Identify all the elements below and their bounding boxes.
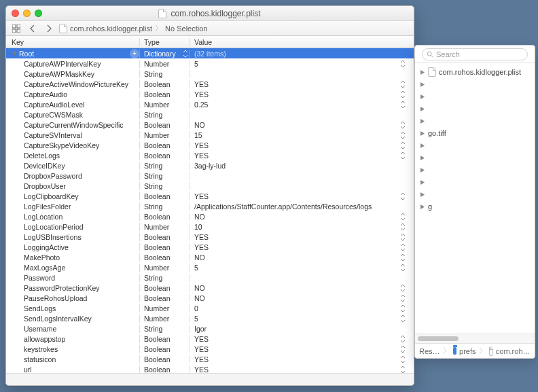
disclosure-right-icon[interactable] xyxy=(419,106,425,112)
column-header-value[interactable]: Value xyxy=(190,38,414,46)
value-stepper-icon[interactable] xyxy=(399,131,407,139)
table-row[interactable]: LogFilesFolderString/Applications/StaffC… xyxy=(6,201,414,211)
value-stepper-icon[interactable] xyxy=(399,223,407,231)
row-value[interactable]: 5 xyxy=(194,315,198,323)
table-row[interactable]: UsernameStringIgor xyxy=(6,323,414,334)
value-stepper-icon[interactable] xyxy=(399,243,407,251)
table-row[interactable]: DeleteLogsBooleanYES xyxy=(6,150,414,160)
horizontal-scrollbar[interactable] xyxy=(415,334,535,343)
table-row[interactable]: MakePhotoBooleanNO xyxy=(6,252,414,262)
table-row[interactable]: CaptureSVIntervalNumber15 xyxy=(6,130,414,140)
disclosure-right-icon[interactable] xyxy=(419,204,425,210)
value-stepper-icon[interactable] xyxy=(399,345,407,353)
path-seg-1[interactable]: prefs xyxy=(459,347,476,355)
scrollbar-thumb[interactable] xyxy=(418,336,459,341)
value-stepper-icon[interactable] xyxy=(399,355,407,363)
list-item[interactable] xyxy=(415,90,535,103)
row-value[interactable]: 15 xyxy=(194,131,202,139)
row-value[interactable]: 0.25 xyxy=(194,101,208,109)
column-header-type[interactable]: Type xyxy=(140,38,190,46)
back-button[interactable] xyxy=(26,23,39,34)
disclosure-right-icon[interactable] xyxy=(419,167,425,173)
row-value[interactable]: NO xyxy=(194,294,205,302)
value-stepper-icon[interactable] xyxy=(399,304,407,313)
table-row[interactable]: DropboxPasswordString xyxy=(6,171,414,181)
list-item[interactable] xyxy=(415,139,535,152)
list-item[interactable] xyxy=(415,188,535,200)
titlebar[interactable]: com.rohos.kidlogger.plist xyxy=(6,6,414,21)
type-stepper-icon[interactable] xyxy=(181,50,190,58)
disclosure-right-icon[interactable] xyxy=(419,118,425,124)
column-header-key[interactable]: Key xyxy=(6,38,140,46)
value-stepper-icon[interactable] xyxy=(399,315,407,323)
list-item[interactable] xyxy=(415,78,535,90)
row-value[interactable]: YES xyxy=(194,233,209,241)
table-row[interactable]: SendLogsNumber0 xyxy=(6,303,414,313)
row-value[interactable]: YES xyxy=(194,366,209,374)
row-value[interactable]: YES xyxy=(194,90,209,99)
value-stepper-icon[interactable] xyxy=(399,284,407,292)
row-value[interactable]: NO xyxy=(194,213,205,221)
value-stepper-icon[interactable] xyxy=(399,80,407,88)
table-row[interactable]: PasswordProtectionKeyBooleanNO xyxy=(6,283,414,293)
table-row[interactable]: allowappstopBooleanYES xyxy=(6,334,414,344)
row-value[interactable]: NO xyxy=(194,253,205,262)
table-row[interactable]: DropboxUserString xyxy=(6,181,414,191)
close-icon[interactable] xyxy=(12,10,19,17)
table-row[interactable]: LogUSBInsertionsBooleanYES xyxy=(6,232,414,242)
row-value[interactable]: Igor xyxy=(194,325,207,333)
row-value[interactable]: YES xyxy=(194,345,209,353)
search-input[interactable]: Search xyxy=(422,48,528,60)
disclosure-right-icon[interactable] xyxy=(419,69,425,75)
row-value[interactable]: YES xyxy=(194,243,209,251)
table-row[interactable]: urlBooleanYES xyxy=(6,364,414,373)
path-seg-2[interactable]: com.rohos.kidlogger.plist xyxy=(496,347,531,355)
value-stepper-icon[interactable] xyxy=(399,101,407,109)
value-stepper-icon[interactable] xyxy=(399,121,407,129)
value-stepper-icon[interactable] xyxy=(399,213,407,221)
zoom-icon[interactable] xyxy=(35,10,42,17)
table-row[interactable]: CaptureSkypeVideoKeyBooleanYES xyxy=(6,140,414,150)
disclosure-right-icon[interactable] xyxy=(419,143,425,149)
row-value[interactable]: 5 xyxy=(194,60,198,68)
list-item[interactable]: com.rohos.kidlogger.plist xyxy=(415,66,535,78)
table-row[interactable]: CaptureAWPIntervalKeyNumber5 xyxy=(6,58,414,69)
table-row[interactable]: DeviceIDKeyString3ag-ly-lud xyxy=(6,160,414,171)
row-value[interactable]: 10 xyxy=(194,223,202,231)
disclosure-right-icon[interactable] xyxy=(419,94,425,100)
value-stepper-icon[interactable] xyxy=(399,253,407,262)
row-value[interactable]: YES xyxy=(194,335,209,343)
list-item[interactable] xyxy=(415,176,535,188)
list-item[interactable] xyxy=(415,115,535,127)
row-value[interactable]: YES xyxy=(194,141,209,149)
table-body[interactable]: Root + Dictionary (32 items) CaptureAWPI… xyxy=(6,48,414,373)
disclosure-right-icon[interactable] xyxy=(419,155,425,161)
row-value[interactable]: YES xyxy=(194,80,209,88)
table-row[interactable]: LogClipboardKeyBooleanYES xyxy=(6,191,414,201)
value-stepper-icon[interactable] xyxy=(399,60,407,68)
table-row[interactable]: PauseRohosUploadBooleanNO xyxy=(6,293,414,303)
path-seg-0[interactable]: Res… xyxy=(419,347,440,355)
table-row[interactable]: MaxLogsAgeNumber5 xyxy=(6,262,414,272)
table-row-root[interactable]: Root + Dictionary (32 items) xyxy=(6,48,414,58)
list-item[interactable] xyxy=(415,152,535,164)
table-row[interactable]: keystrokesBooleanYES xyxy=(6,344,414,354)
table-row[interactable]: CaptureActiveWindowPictureKeyBooleanYES xyxy=(6,79,414,89)
value-stepper-icon[interactable] xyxy=(399,264,407,272)
list-item[interactable]: g xyxy=(415,200,535,213)
forward-button[interactable] xyxy=(43,23,55,34)
value-stepper-icon[interactable] xyxy=(399,294,407,302)
list-item[interactable]: go.tiff xyxy=(415,127,535,139)
add-item-button[interactable]: + xyxy=(130,49,139,58)
disclosure-right-icon[interactable] xyxy=(419,130,425,137)
disclosure-right-icon[interactable] xyxy=(419,179,425,185)
disclosure-down-icon[interactable] xyxy=(12,50,18,56)
table-row[interactable]: CaptureAudioLevelNumber0.25 xyxy=(6,99,414,109)
row-value[interactable]: YES xyxy=(194,355,209,363)
breadcrumb-file[interactable]: com.rohos.kidlogger.plist xyxy=(70,24,152,33)
row-value[interactable]: 5 xyxy=(194,264,198,272)
row-value[interactable]: YES xyxy=(194,152,209,160)
side-list[interactable]: com.rohos.kidlogger.plistgo.tiffg xyxy=(415,63,535,334)
disclosure-right-icon[interactable] xyxy=(419,192,425,198)
row-value[interactable]: YES xyxy=(194,192,209,200)
